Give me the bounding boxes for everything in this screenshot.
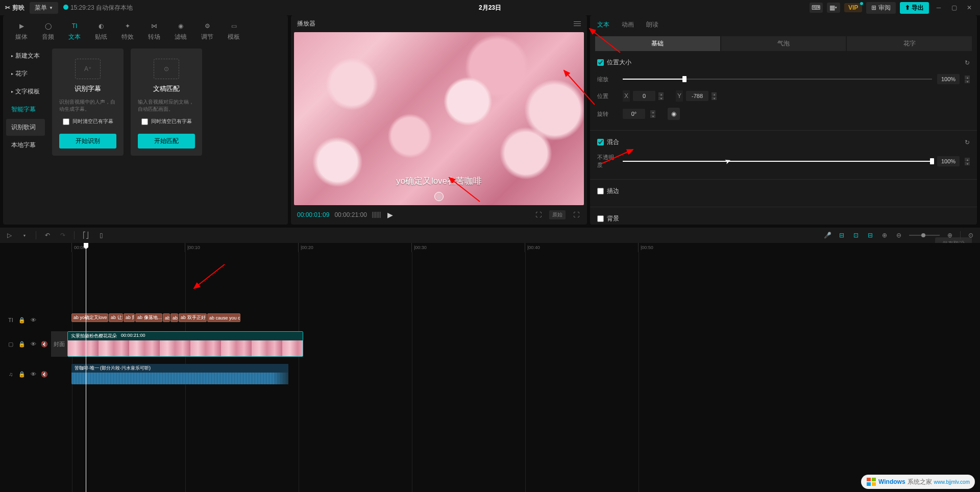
stroke-toggle[interactable]	[597, 188, 604, 194]
card-checkbox[interactable]: 同时清空已有字幕	[63, 118, 113, 125]
split-icon[interactable]: ⎡⎦	[82, 231, 90, 239]
video-clip[interactable]: 实景拍摄粉色樱花花朵 00:00:21:00	[67, 331, 303, 357]
text-clip[interactable]: ab …	[170, 313, 178, 322]
vip-button[interactable]: VIP	[844, 3, 862, 12]
tab-音频[interactable]: ◯音频	[35, 18, 61, 44]
card-action-button[interactable]: 开始识别	[59, 134, 116, 149]
rotate-dial-icon[interactable]: ◉	[668, 108, 680, 120]
mute-icon[interactable]: 🔇	[41, 371, 48, 378]
tab-滤镜[interactable]: ◉滤镜	[167, 18, 194, 44]
position-size-toggle[interactable]	[597, 59, 604, 66]
scale-value[interactable]: 100%	[937, 74, 960, 84]
lock-icon[interactable]: 🔒	[18, 371, 26, 378]
opacity-value[interactable]: 100%	[937, 156, 960, 166]
close-icon[interactable]: ✕	[964, 2, 975, 13]
fit-icon[interactable]: ⊙	[967, 231, 975, 239]
play-icon[interactable]: ▶	[386, 210, 395, 219]
maximize-icon[interactable]: ▢	[948, 2, 960, 13]
sidebar-item[interactable]: 识别歌词	[6, 119, 45, 136]
link-icon[interactable]: ⊡	[852, 231, 860, 239]
zoom-slider[interactable]	[909, 235, 940, 236]
text-clip[interactable]: ab 陪	[124, 313, 135, 322]
eye-icon[interactable]: 👁	[30, 340, 37, 348]
timeline-area[interactable]: 00:00|00:10|00:20|00:30|00:40|00:50 TI 🔒…	[0, 243, 980, 492]
card-action-button[interactable]: 开始匹配	[138, 134, 195, 149]
tab-文本[interactable]: TI文本	[61, 18, 88, 44]
text-clip[interactable]: ab 像落地…	[135, 313, 162, 322]
player-menu-icon[interactable]	[574, 21, 581, 26]
cover-button[interactable]: 封面	[51, 331, 67, 357]
scale-stepper[interactable]: ▴▾	[965, 76, 970, 83]
reset-blend-icon[interactable]: ↻	[965, 139, 970, 146]
y-stepper[interactable]: ▴▾	[712, 92, 717, 100]
background-toggle[interactable]	[597, 215, 604, 222]
sidebar-item[interactable]: 本地字幕	[6, 137, 45, 154]
opacity-slider[interactable]	[623, 161, 932, 162]
audio-clip[interactable]: 苦咖啡·唯一 (部分片段-污水音乐可听)	[71, 364, 288, 384]
subtitle-overlay[interactable]: yo确定又love在苦咖啡	[396, 175, 482, 187]
mute-icon[interactable]: 🔇	[41, 340, 48, 348]
opacity-stepper[interactable]: ▴▾	[965, 158, 970, 165]
eye-icon[interactable]: 👁	[30, 316, 37, 324]
lock-icon[interactable]: 🔒	[18, 340, 26, 348]
shortcut-icon[interactable]: ⌨	[810, 3, 823, 13]
right-tab-动画[interactable]: 动画	[622, 20, 634, 32]
y-value[interactable]: -788	[686, 91, 708, 101]
tab-贴纸[interactable]: ◐贴纸	[88, 18, 114, 44]
right-tab-朗读[interactable]: 朗读	[646, 20, 658, 32]
redo-icon[interactable]: ↷	[59, 231, 67, 239]
tab-媒体[interactable]: ▶媒体	[8, 18, 35, 44]
sidebar-item[interactable]: 智能字幕	[6, 101, 45, 118]
crop-icon[interactable]: ⛶	[534, 210, 543, 219]
blend-toggle[interactable]	[597, 139, 604, 145]
ruler-mark: |00:10	[185, 243, 200, 252]
text-clip[interactable]: ab i	[163, 313, 170, 322]
undo-icon[interactable]: ↶	[43, 231, 52, 239]
layout-icon[interactable]: ▦▾	[827, 3, 840, 13]
zoom-in-icon[interactable]: ⊕	[946, 231, 954, 239]
review-button[interactable]: ⊞ 审阅	[866, 2, 895, 14]
tab-模板[interactable]: ▭模板	[220, 18, 247, 44]
eye-icon[interactable]: 👁	[30, 371, 37, 378]
lock-icon[interactable]: 🔒	[18, 316, 26, 324]
minimize-icon[interactable]: ─	[933, 2, 944, 13]
x-stepper[interactable]: ▴▾	[658, 92, 664, 100]
menu-button[interactable]: 菜单▼	[30, 2, 58, 14]
playhead[interactable]	[86, 243, 86, 492]
reset-icon[interactable]: ↻	[965, 59, 970, 66]
card-checkbox[interactable]: 同时清空已有字幕	[141, 118, 192, 125]
export-button[interactable]: ⬆ 导出	[900, 2, 929, 14]
zoom-out-icon[interactable]: ⊖	[895, 231, 903, 239]
fullscreen-icon[interactable]: ⛶	[572, 210, 581, 219]
watermark: Windows 系统之家 www.bjjmlv.com	[861, 475, 975, 489]
text-clip[interactable]: ab 双手正好	[179, 313, 207, 322]
rotate-stepper[interactable]: ▴▾	[650, 110, 655, 118]
right-tab-文本[interactable]: 文本	[597, 20, 609, 32]
rotate-value[interactable]: 0°	[623, 109, 645, 119]
select-dropdown-icon[interactable]: ▼	[20, 231, 29, 239]
text-clip[interactable]: ab yo确定又love	[71, 313, 108, 322]
delete-icon[interactable]: ▯	[97, 231, 105, 239]
x-value[interactable]: 0	[633, 91, 655, 101]
tab-调节[interactable]: ⚙调节	[194, 18, 220, 44]
sidebar-item[interactable]: ▸ 花字	[6, 65, 45, 82]
mic-icon[interactable]: 🎤	[823, 231, 831, 239]
text-clip[interactable]: ab cause you c	[207, 313, 240, 322]
tab-转场[interactable]: ⋈转场	[141, 18, 167, 44]
sidebar-item[interactable]: ▸ 文字模板	[6, 83, 45, 100]
scale-slider[interactable]	[623, 79, 932, 80]
sub-tab-气泡[interactable]: 气泡	[721, 36, 846, 51]
sub-tab-花字[interactable]: 花字	[847, 36, 972, 51]
player-viewport[interactable]: yo确定又love在苦咖啡 ◎	[294, 32, 584, 205]
preview-icon[interactable]: ⊟	[866, 231, 874, 239]
text-clip[interactable]: ab 让我	[109, 313, 123, 322]
select-tool-icon[interactable]: ▷	[5, 231, 13, 239]
sub-tab-基础[interactable]: 基础	[595, 36, 720, 51]
sidebar-item[interactable]: ▸ 新建文本	[6, 47, 45, 64]
transform-handle-icon[interactable]: ◎	[434, 192, 444, 201]
align-icon[interactable]: ⊕	[880, 231, 889, 239]
ratio-button[interactable]: 原始	[549, 210, 566, 219]
resolution-bars-icon[interactable]	[372, 212, 381, 218]
snap-icon[interactable]: ⊟	[838, 231, 846, 239]
tab-特效[interactable]: ✦特效	[114, 18, 141, 44]
